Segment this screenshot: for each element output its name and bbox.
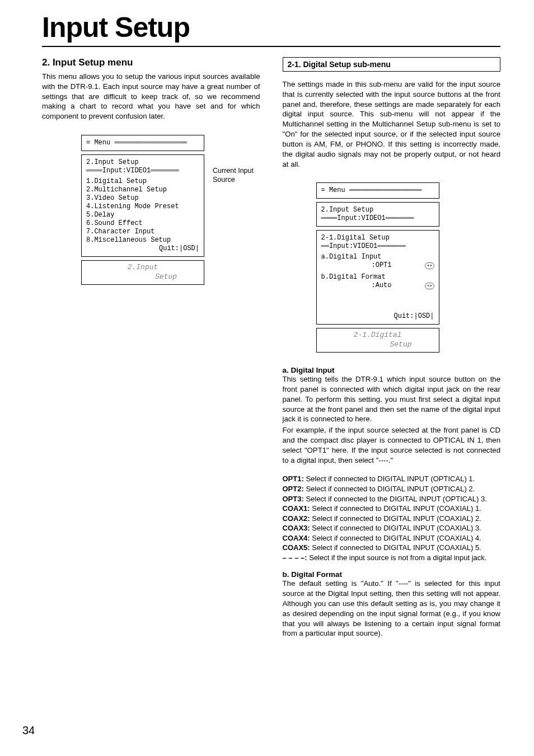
item-heading-b: b. Digital Format: [283, 570, 501, 579]
osd-value-row: :OPT1 ◂▸: [321, 261, 434, 270]
osd-menu-mid: 2.Input Setup ════Input:VIDEO1═══════: [316, 202, 439, 227]
lcd-display: 2.Input Setup: [81, 260, 204, 285]
list-item: 4.Listening Mode Preset: [86, 203, 199, 211]
list-item: 8.Miscellaneous Setup: [86, 236, 199, 245]
body-paragraph: This setting tells the DTR-9.1 which inp…: [283, 374, 501, 424]
list-item: 1.Digital Setup: [86, 177, 199, 186]
list-item: COAX1: Select if connected to DIGITAL IN…: [283, 504, 501, 514]
osd-figure: = Menu ══════════════════ 2.Input Setup …: [316, 182, 490, 353]
list-item: COAX4: Select if connected to DIGITAL IN…: [283, 533, 501, 543]
osd-subtitle: 2.Input Setup: [321, 206, 434, 214]
list-item: COAX3: Select if connected to DIGITAL IN…: [283, 523, 501, 533]
osd-menu-body: 2.Input Setup ════Input:VIDEO1═══════ 1.…: [81, 154, 204, 257]
lcd-display: 2-1.Digital Setup: [316, 328, 439, 353]
list-item: COAX2: Select if connected to DIGITAL IN…: [283, 514, 501, 524]
osd-input-line: ════Input:VIDEO1═══════: [86, 167, 199, 175]
page-title: Input Setup: [42, 11, 500, 44]
two-column-layout: 2. Input Setup menu This menu allows you…: [42, 57, 500, 647]
osd-quit: Quit:|OSD|: [86, 245, 199, 253]
osd-menu-top: = Menu ══════════════════: [316, 182, 439, 199]
page-number: 34: [22, 724, 35, 737]
osd-menu-body: 2-1.Digital Setup ══Input:VIDEO1═══════ …: [316, 230, 439, 325]
list-item: b.Digital Format: [321, 273, 434, 281]
osd-input-line: ════Input:VIDEO1═══════: [321, 214, 434, 223]
list-item: OPT2: Select if connected to DIGITAL INP…: [283, 484, 501, 494]
osd-figure: = Menu ══════════════════ 2.Input Setup …: [81, 135, 255, 285]
sub-heading-box: 2-1. Digital Setup sub-menu: [283, 57, 501, 72]
list-item: 5.Delay: [86, 211, 199, 219]
osd-menu-label: = Menu ══════════════════: [321, 186, 434, 195]
left-column: 2. Input Setup menu This menu allows you…: [42, 57, 260, 647]
callout-text: Current Input Source: [213, 167, 254, 184]
osd-quit: Quit:|OSD|: [321, 312, 434, 321]
osd-value-row: :Auto ◂▸: [321, 281, 434, 290]
body-paragraph: The default setting is "Auto." If "----"…: [283, 579, 501, 638]
osd-value: :OPT1: [321, 261, 392, 270]
intro-paragraph: This menu allows you to setup the variou…: [42, 72, 260, 121]
osd-value: :Auto: [321, 281, 392, 290]
intro-paragraph: The settings made in this sub-menu are v…: [283, 79, 501, 169]
list-item: 7.Character Input: [86, 228, 199, 236]
osd-menu-top: = Menu ══════════════════: [81, 135, 204, 151]
item-heading-a: a. Digital Input: [283, 366, 501, 374]
callout-label: Current Input Source: [213, 166, 255, 185]
arrow-icon: ◂▸: [425, 262, 434, 269]
lcd-line: Setup: [321, 340, 434, 350]
options-list: OPT1: Select if connected to DIGITAL INP…: [283, 474, 501, 562]
list-item: – – – –: Select if the input source is n…: [283, 553, 501, 563]
title-rule: [42, 46, 500, 47]
list-item: OPT3: Select if connected to the DIGITAL…: [283, 494, 501, 504]
arrow-icon: ◂▸: [425, 283, 434, 289]
osd-section: 2-1.Digital Setup: [321, 234, 434, 242]
list-item: 2.Multichannel Setup: [86, 186, 199, 194]
osd-subtitle: 2.Input Setup: [86, 158, 199, 167]
list-item: a.Digital Input: [321, 253, 434, 261]
list-item: OPT1: Select if connected to DIGITAL INP…: [283, 474, 501, 484]
osd-menu-label: = Menu ══════════════════: [86, 139, 199, 147]
section-heading: 2. Input Setup menu: [42, 57, 260, 68]
list-item: 3.Video Setup: [86, 194, 199, 203]
osd-section-input: ══Input:VIDEO1═══════: [321, 242, 434, 251]
list-item: COAX5: Select if connected to DIGITAL IN…: [283, 543, 501, 553]
right-column: 2-1. Digital Setup sub-menu The settings…: [283, 57, 501, 647]
body-paragraph: For example, if the input source selecte…: [283, 425, 501, 465]
lcd-line: 2.Input: [86, 263, 199, 273]
list-item: 6.Sound Effect: [86, 219, 199, 228]
lcd-line: Setup: [86, 273, 199, 282]
lcd-line: 2-1.Digital: [321, 331, 434, 340]
